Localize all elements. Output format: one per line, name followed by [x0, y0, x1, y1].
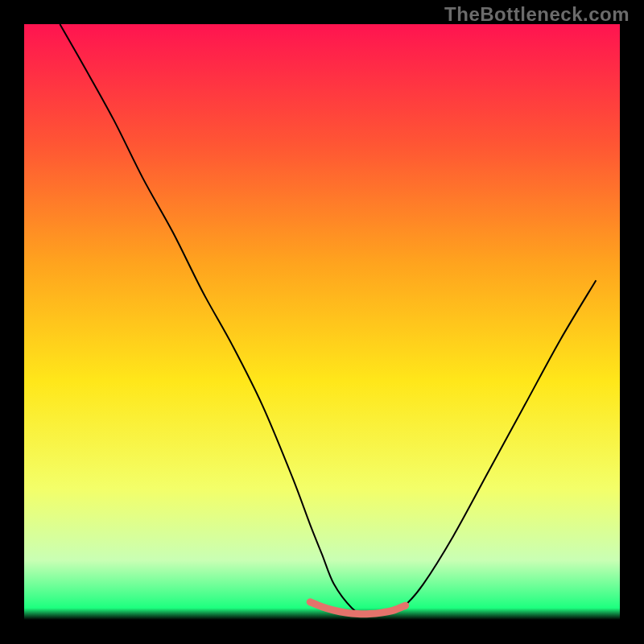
gradient-background: [24, 24, 620, 620]
chart-frame: TheBottleneck.com: [0, 0, 644, 644]
watermark-text: TheBottleneck.com: [444, 3, 630, 26]
chart-canvas: [0, 0, 644, 644]
